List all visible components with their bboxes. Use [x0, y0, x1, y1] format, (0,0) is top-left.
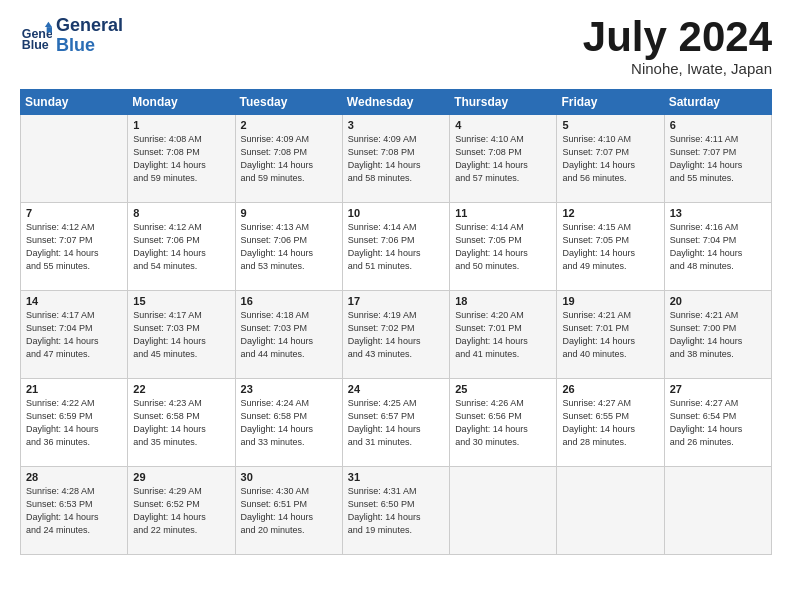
cell-info: Sunrise: 4:27 AM Sunset: 6:55 PM Dayligh… [562, 397, 658, 449]
calendar-cell: 23Sunrise: 4:24 AM Sunset: 6:58 PM Dayli… [235, 379, 342, 467]
svg-marker-2 [45, 22, 52, 27]
day-number: 13 [670, 207, 766, 219]
day-number: 29 [133, 471, 229, 483]
month-title: July 2024 [583, 16, 772, 58]
cell-info: Sunrise: 4:14 AM Sunset: 7:05 PM Dayligh… [455, 221, 551, 273]
day-number: 6 [670, 119, 766, 131]
cell-info: Sunrise: 4:09 AM Sunset: 7:08 PM Dayligh… [348, 133, 444, 185]
day-number: 14 [26, 295, 122, 307]
calendar-cell: 25Sunrise: 4:26 AM Sunset: 6:56 PM Dayli… [450, 379, 557, 467]
cell-info: Sunrise: 4:13 AM Sunset: 7:06 PM Dayligh… [241, 221, 337, 273]
col-friday: Friday [557, 90, 664, 115]
calendar-week-2: 7Sunrise: 4:12 AM Sunset: 7:07 PM Daylig… [21, 203, 772, 291]
calendar-week-1: 1Sunrise: 4:08 AM Sunset: 7:08 PM Daylig… [21, 115, 772, 203]
calendar-cell: 20Sunrise: 4:21 AM Sunset: 7:00 PM Dayli… [664, 291, 771, 379]
cell-info: Sunrise: 4:08 AM Sunset: 7:08 PM Dayligh… [133, 133, 229, 185]
calendar-body: 1Sunrise: 4:08 AM Sunset: 7:08 PM Daylig… [21, 115, 772, 555]
day-number: 18 [455, 295, 551, 307]
calendar-cell: 19Sunrise: 4:21 AM Sunset: 7:01 PM Dayli… [557, 291, 664, 379]
cell-info: Sunrise: 4:10 AM Sunset: 7:07 PM Dayligh… [562, 133, 658, 185]
day-number: 15 [133, 295, 229, 307]
day-number: 16 [241, 295, 337, 307]
calendar-cell: 22Sunrise: 4:23 AM Sunset: 6:58 PM Dayli… [128, 379, 235, 467]
col-wednesday: Wednesday [342, 90, 449, 115]
logo-icon: General Blue [20, 20, 52, 52]
day-number: 3 [348, 119, 444, 131]
calendar-cell: 28Sunrise: 4:28 AM Sunset: 6:53 PM Dayli… [21, 467, 128, 555]
cell-info: Sunrise: 4:12 AM Sunset: 7:07 PM Dayligh… [26, 221, 122, 273]
cell-info: Sunrise: 4:16 AM Sunset: 7:04 PM Dayligh… [670, 221, 766, 273]
calendar-page: General Blue General Blue July 2024 Nino… [0, 0, 792, 612]
calendar-cell: 8Sunrise: 4:12 AM Sunset: 7:06 PM Daylig… [128, 203, 235, 291]
cell-info: Sunrise: 4:21 AM Sunset: 7:01 PM Dayligh… [562, 309, 658, 361]
header-row: Sunday Monday Tuesday Wednesday Thursday… [21, 90, 772, 115]
cell-info: Sunrise: 4:31 AM Sunset: 6:50 PM Dayligh… [348, 485, 444, 537]
calendar-cell: 4Sunrise: 4:10 AM Sunset: 7:08 PM Daylig… [450, 115, 557, 203]
calendar-cell: 21Sunrise: 4:22 AM Sunset: 6:59 PM Dayli… [21, 379, 128, 467]
calendar-week-4: 21Sunrise: 4:22 AM Sunset: 6:59 PM Dayli… [21, 379, 772, 467]
calendar-cell: 31Sunrise: 4:31 AM Sunset: 6:50 PM Dayli… [342, 467, 449, 555]
day-number: 23 [241, 383, 337, 395]
cell-info: Sunrise: 4:09 AM Sunset: 7:08 PM Dayligh… [241, 133, 337, 185]
logo-blue: Blue [56, 36, 123, 56]
calendar-cell [664, 467, 771, 555]
calendar-cell [450, 467, 557, 555]
cell-info: Sunrise: 4:29 AM Sunset: 6:52 PM Dayligh… [133, 485, 229, 537]
calendar-cell: 15Sunrise: 4:17 AM Sunset: 7:03 PM Dayli… [128, 291, 235, 379]
day-number: 25 [455, 383, 551, 395]
col-thursday: Thursday [450, 90, 557, 115]
cell-info: Sunrise: 4:23 AM Sunset: 6:58 PM Dayligh… [133, 397, 229, 449]
title-block: July 2024 Ninohe, Iwate, Japan [583, 16, 772, 77]
col-monday: Monday [128, 90, 235, 115]
day-number: 17 [348, 295, 444, 307]
cell-info: Sunrise: 4:12 AM Sunset: 7:06 PM Dayligh… [133, 221, 229, 273]
cell-info: Sunrise: 4:24 AM Sunset: 6:58 PM Dayligh… [241, 397, 337, 449]
day-number: 9 [241, 207, 337, 219]
day-number: 26 [562, 383, 658, 395]
day-number: 27 [670, 383, 766, 395]
day-number: 30 [241, 471, 337, 483]
cell-info: Sunrise: 4:22 AM Sunset: 6:59 PM Dayligh… [26, 397, 122, 449]
calendar-cell: 16Sunrise: 4:18 AM Sunset: 7:03 PM Dayli… [235, 291, 342, 379]
calendar-cell: 24Sunrise: 4:25 AM Sunset: 6:57 PM Dayli… [342, 379, 449, 467]
calendar-cell: 5Sunrise: 4:10 AM Sunset: 7:07 PM Daylig… [557, 115, 664, 203]
col-tuesday: Tuesday [235, 90, 342, 115]
day-number: 4 [455, 119, 551, 131]
logo-general: General [56, 16, 123, 36]
calendar-cell: 6Sunrise: 4:11 AM Sunset: 7:07 PM Daylig… [664, 115, 771, 203]
day-number: 31 [348, 471, 444, 483]
cell-info: Sunrise: 4:25 AM Sunset: 6:57 PM Dayligh… [348, 397, 444, 449]
day-number: 22 [133, 383, 229, 395]
cell-info: Sunrise: 4:14 AM Sunset: 7:06 PM Dayligh… [348, 221, 444, 273]
calendar-week-5: 28Sunrise: 4:28 AM Sunset: 6:53 PM Dayli… [21, 467, 772, 555]
day-number: 12 [562, 207, 658, 219]
calendar-cell: 10Sunrise: 4:14 AM Sunset: 7:06 PM Dayli… [342, 203, 449, 291]
cell-info: Sunrise: 4:10 AM Sunset: 7:08 PM Dayligh… [455, 133, 551, 185]
calendar-cell [557, 467, 664, 555]
day-number: 24 [348, 383, 444, 395]
cell-info: Sunrise: 4:26 AM Sunset: 6:56 PM Dayligh… [455, 397, 551, 449]
svg-text:Blue: Blue [22, 38, 49, 52]
day-number: 20 [670, 295, 766, 307]
calendar-cell: 27Sunrise: 4:27 AM Sunset: 6:54 PM Dayli… [664, 379, 771, 467]
day-number: 11 [455, 207, 551, 219]
cell-info: Sunrise: 4:17 AM Sunset: 7:04 PM Dayligh… [26, 309, 122, 361]
calendar-cell: 9Sunrise: 4:13 AM Sunset: 7:06 PM Daylig… [235, 203, 342, 291]
calendar-cell: 18Sunrise: 4:20 AM Sunset: 7:01 PM Dayli… [450, 291, 557, 379]
logo: General Blue General Blue [20, 16, 123, 56]
day-number: 7 [26, 207, 122, 219]
col-saturday: Saturday [664, 90, 771, 115]
calendar-cell: 3Sunrise: 4:09 AM Sunset: 7:08 PM Daylig… [342, 115, 449, 203]
cell-info: Sunrise: 4:11 AM Sunset: 7:07 PM Dayligh… [670, 133, 766, 185]
calendar-cell: 17Sunrise: 4:19 AM Sunset: 7:02 PM Dayli… [342, 291, 449, 379]
cell-info: Sunrise: 4:27 AM Sunset: 6:54 PM Dayligh… [670, 397, 766, 449]
day-number: 19 [562, 295, 658, 307]
cell-info: Sunrise: 4:30 AM Sunset: 6:51 PM Dayligh… [241, 485, 337, 537]
day-number: 28 [26, 471, 122, 483]
cell-info: Sunrise: 4:28 AM Sunset: 6:53 PM Dayligh… [26, 485, 122, 537]
day-number: 1 [133, 119, 229, 131]
location: Ninohe, Iwate, Japan [583, 60, 772, 77]
day-number: 10 [348, 207, 444, 219]
day-number: 2 [241, 119, 337, 131]
calendar-cell: 1Sunrise: 4:08 AM Sunset: 7:08 PM Daylig… [128, 115, 235, 203]
